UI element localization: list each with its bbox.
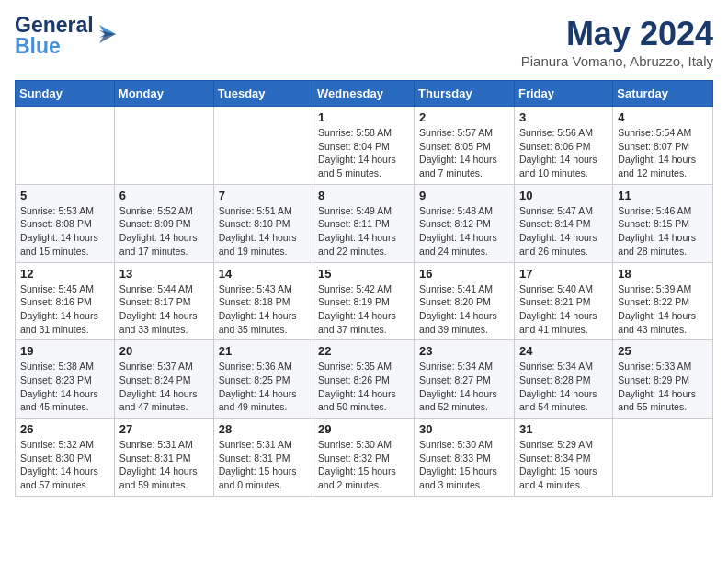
day-info: Sunrise: 5:36 AM Sunset: 8:25 PM Dayligh…	[219, 360, 308, 414]
day-info: Sunrise: 5:43 AM Sunset: 8:18 PM Dayligh…	[219, 282, 308, 337]
col-sunday: Sunday	[16, 81, 115, 107]
day-info: Sunrise: 5:52 AM Sunset: 8:09 PM Dayligh…	[119, 204, 209, 259]
day-number: 15	[318, 267, 409, 281]
calendar-week-row: 12Sunrise: 5:45 AM Sunset: 8:16 PM Dayli…	[16, 262, 713, 340]
day-number: 2	[419, 110, 509, 124]
day-number: 31	[519, 422, 608, 436]
day-info: Sunrise: 5:30 AM Sunset: 8:33 PM Dayligh…	[419, 438, 509, 492]
table-row: 19Sunrise: 5:38 AM Sunset: 8:23 PM Dayli…	[16, 340, 115, 419]
day-info: Sunrise: 5:39 AM Sunset: 8:22 PM Dayligh…	[618, 282, 708, 337]
day-number: 13	[119, 267, 209, 281]
table-row	[16, 107, 115, 185]
day-info: Sunrise: 5:53 AM Sunset: 8:08 PM Dayligh…	[20, 204, 109, 259]
col-friday: Friday	[514, 81, 612, 107]
table-row: 13Sunrise: 5:44 AM Sunset: 8:17 PM Dayli…	[114, 262, 213, 340]
logo-container: General Blue	[15, 15, 116, 57]
table-row: 20Sunrise: 5:37 AM Sunset: 8:24 PM Dayli…	[114, 340, 213, 419]
table-row: 9Sunrise: 5:48 AM Sunset: 8:12 PM Daylig…	[415, 184, 515, 262]
day-info: Sunrise: 5:34 AM Sunset: 8:27 PM Dayligh…	[419, 360, 509, 414]
day-number: 9	[419, 189, 509, 202]
calendar-week-row: 19Sunrise: 5:38 AM Sunset: 8:23 PM Dayli…	[16, 340, 713, 419]
table-row: 5Sunrise: 5:53 AM Sunset: 8:08 PM Daylig…	[16, 184, 115, 262]
day-info: Sunrise: 5:40 AM Sunset: 8:21 PM Dayligh…	[519, 282, 608, 337]
day-info: Sunrise: 5:46 AM Sunset: 8:15 PM Dayligh…	[618, 204, 708, 259]
day-info: Sunrise: 5:41 AM Sunset: 8:20 PM Dayligh…	[419, 282, 509, 337]
day-info: Sunrise: 5:49 AM Sunset: 8:11 PM Dayligh…	[318, 204, 409, 259]
day-number: 16	[419, 267, 509, 281]
table-row: 31Sunrise: 5:29 AM Sunset: 8:34 PM Dayli…	[514, 419, 612, 497]
table-row: 3Sunrise: 5:56 AM Sunset: 8:06 PM Daylig…	[514, 107, 612, 185]
table-row: 21Sunrise: 5:36 AM Sunset: 8:25 PM Dayli…	[213, 340, 313, 419]
day-number: 21	[219, 344, 308, 358]
logo-text: General Blue	[15, 15, 94, 57]
table-row: 22Sunrise: 5:35 AM Sunset: 8:26 PM Dayli…	[313, 340, 415, 419]
day-number: 22	[318, 344, 409, 358]
day-number: 27	[119, 422, 209, 436]
day-info: Sunrise: 5:57 AM Sunset: 8:05 PM Dayligh…	[419, 126, 509, 180]
day-info: Sunrise: 5:32 AM Sunset: 8:30 PM Dayligh…	[20, 438, 109, 492]
table-row: 7Sunrise: 5:51 AM Sunset: 8:10 PM Daylig…	[213, 184, 313, 262]
calendar-week-row: 1Sunrise: 5:58 AM Sunset: 8:04 PM Daylig…	[16, 107, 713, 185]
calendar-week-row: 5Sunrise: 5:53 AM Sunset: 8:08 PM Daylig…	[16, 184, 713, 262]
logo-bird-icon	[96, 17, 116, 51]
day-number: 6	[119, 189, 209, 202]
table-row: 15Sunrise: 5:42 AM Sunset: 8:19 PM Dayli…	[313, 262, 415, 340]
day-number: 24	[519, 344, 608, 358]
day-info: Sunrise: 5:37 AM Sunset: 8:24 PM Dayligh…	[119, 360, 209, 414]
calendar-table: Sunday Monday Tuesday Wednesday Thursday…	[15, 80, 713, 497]
col-monday: Monday	[114, 81, 213, 107]
day-info: Sunrise: 5:48 AM Sunset: 8:12 PM Dayligh…	[419, 204, 509, 259]
day-number: 19	[20, 344, 109, 358]
day-number: 8	[318, 189, 409, 202]
page-header: General Blue May 2024 Pianura Vomano, Ab…	[15, 15, 713, 69]
day-number: 29	[318, 422, 409, 436]
day-info: Sunrise: 5:35 AM Sunset: 8:26 PM Dayligh…	[318, 360, 409, 414]
month-title: May 2024	[521, 15, 713, 53]
day-number: 4	[618, 110, 708, 124]
day-number: 7	[219, 189, 308, 202]
table-row: 4Sunrise: 5:54 AM Sunset: 8:07 PM Daylig…	[613, 107, 713, 185]
table-row: 27Sunrise: 5:31 AM Sunset: 8:31 PM Dayli…	[114, 419, 213, 497]
day-number: 11	[618, 189, 708, 202]
table-row: 17Sunrise: 5:40 AM Sunset: 8:21 PM Dayli…	[514, 262, 612, 340]
day-number: 17	[519, 267, 608, 281]
day-info: Sunrise: 5:33 AM Sunset: 8:29 PM Dayligh…	[618, 360, 708, 414]
table-row: 8Sunrise: 5:49 AM Sunset: 8:11 PM Daylig…	[313, 184, 415, 262]
col-tuesday: Tuesday	[213, 81, 313, 107]
title-block: May 2024 Pianura Vomano, Abruzzo, Italy	[521, 15, 713, 69]
calendar-week-row: 26Sunrise: 5:32 AM Sunset: 8:30 PM Dayli…	[16, 419, 713, 497]
table-row: 2Sunrise: 5:57 AM Sunset: 8:05 PM Daylig…	[415, 107, 515, 185]
col-wednesday: Wednesday	[313, 81, 415, 107]
day-info: Sunrise: 5:42 AM Sunset: 8:19 PM Dayligh…	[318, 282, 409, 337]
table-row: 6Sunrise: 5:52 AM Sunset: 8:09 PM Daylig…	[114, 184, 213, 262]
table-row: 28Sunrise: 5:31 AM Sunset: 8:31 PM Dayli…	[213, 419, 313, 497]
table-row: 25Sunrise: 5:33 AM Sunset: 8:29 PM Dayli…	[613, 340, 713, 419]
table-row: 1Sunrise: 5:58 AM Sunset: 8:04 PM Daylig…	[313, 107, 415, 185]
day-info: Sunrise: 5:29 AM Sunset: 8:34 PM Dayligh…	[519, 438, 608, 492]
table-row: 16Sunrise: 5:41 AM Sunset: 8:20 PM Dayli…	[415, 262, 515, 340]
table-row: 18Sunrise: 5:39 AM Sunset: 8:22 PM Dayli…	[613, 262, 713, 340]
day-info: Sunrise: 5:38 AM Sunset: 8:23 PM Dayligh…	[20, 360, 109, 414]
day-number: 26	[20, 422, 109, 436]
day-number: 1	[318, 110, 409, 124]
table-row: 26Sunrise: 5:32 AM Sunset: 8:30 PM Dayli…	[16, 419, 115, 497]
table-row: 23Sunrise: 5:34 AM Sunset: 8:27 PM Dayli…	[415, 340, 515, 419]
day-info: Sunrise: 5:30 AM Sunset: 8:32 PM Dayligh…	[318, 438, 409, 492]
day-number: 14	[219, 267, 308, 281]
table-row: 24Sunrise: 5:34 AM Sunset: 8:28 PM Dayli…	[514, 340, 612, 419]
table-row: 30Sunrise: 5:30 AM Sunset: 8:33 PM Dayli…	[415, 419, 515, 497]
table-row	[114, 107, 213, 185]
col-saturday: Saturday	[613, 81, 713, 107]
day-info: Sunrise: 5:51 AM Sunset: 8:10 PM Dayligh…	[219, 204, 308, 259]
day-info: Sunrise: 5:31 AM Sunset: 8:31 PM Dayligh…	[119, 438, 209, 492]
day-info: Sunrise: 5:58 AM Sunset: 8:04 PM Dayligh…	[318, 126, 409, 180]
day-number: 20	[119, 344, 209, 358]
table-row	[613, 419, 713, 497]
day-info: Sunrise: 5:56 AM Sunset: 8:06 PM Dayligh…	[519, 126, 608, 180]
day-number: 30	[419, 422, 509, 436]
table-row: 10Sunrise: 5:47 AM Sunset: 8:14 PM Dayli…	[514, 184, 612, 262]
day-info: Sunrise: 5:44 AM Sunset: 8:17 PM Dayligh…	[119, 282, 209, 337]
logo: General Blue	[15, 15, 116, 57]
table-row: 11Sunrise: 5:46 AM Sunset: 8:15 PM Dayli…	[613, 184, 713, 262]
table-row: 14Sunrise: 5:43 AM Sunset: 8:18 PM Dayli…	[213, 262, 313, 340]
